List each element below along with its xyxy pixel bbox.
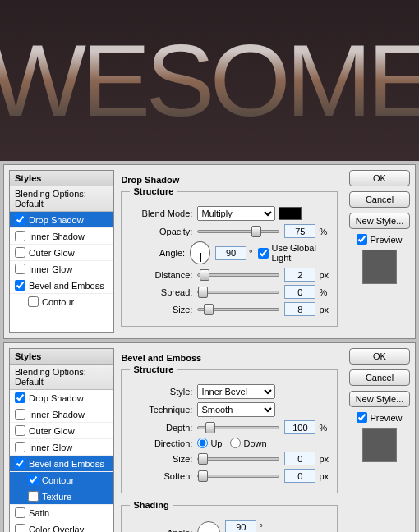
style-item-checkbox[interactable] <box>15 392 25 403</box>
style-item-checkbox[interactable] <box>28 475 39 485</box>
opacity-input[interactable] <box>284 224 315 238</box>
style-item-label: Satin <box>29 508 49 518</box>
depth-label: Depth: <box>130 423 192 433</box>
structure-group: Structure Style: Inner Bevel Technique: … <box>121 365 338 493</box>
size-slider[interactable] <box>197 457 279 461</box>
style-item-checkbox[interactable] <box>15 214 25 225</box>
blend-mode-select[interactable]: Multiply <box>197 206 275 221</box>
style-item-checkbox[interactable] <box>15 507 25 518</box>
style-item[interactable]: Drop Shadow <box>10 212 113 228</box>
spread-input[interactable] <box>284 285 315 299</box>
distance-input[interactable] <box>284 268 315 282</box>
technique-select[interactable]: Smooth <box>197 402 275 417</box>
style-item-checkbox[interactable] <box>15 442 25 452</box>
style-item-label: Outer Glow <box>29 248 75 258</box>
style-item-checkbox[interactable] <box>15 231 25 241</box>
use-global-light-checkbox[interactable]: Use Global Light <box>258 243 329 263</box>
style-item[interactable]: Satin <box>10 505 113 521</box>
structure-legend: Structure <box>130 186 177 196</box>
angle-dial[interactable] <box>197 521 220 532</box>
soften-input[interactable] <box>284 469 315 483</box>
bevel-emboss-settings: Bevel and Emboss Structure Style: Inner … <box>119 343 344 532</box>
angle-dial[interactable] <box>190 241 210 264</box>
ok-button[interactable]: OK <box>349 170 410 186</box>
sidebar-header: Styles <box>10 171 113 186</box>
drop-shadow-settings: Drop Shadow Structure Blend Mode: Multip… <box>119 165 344 338</box>
size-input[interactable] <box>284 452 315 466</box>
style-item-checkbox[interactable] <box>15 280 25 291</box>
style-item-label: Texture <box>42 492 71 502</box>
shading-legend: Shading <box>130 500 172 510</box>
technique-label: Technique: <box>130 405 192 415</box>
direction-label: Direction: <box>130 438 192 448</box>
dialog-buttons: OK Cancel New Style... Preview <box>349 343 415 532</box>
structure-group: Structure Blend Mode: Multiply Opacity: … <box>121 186 338 327</box>
style-item-label: Drop Shadow <box>29 393 84 403</box>
style-item[interactable]: Outer Glow <box>10 423 113 439</box>
angle-label: Angle: <box>130 248 185 258</box>
direction-up-radio[interactable]: Up <box>197 438 222 448</box>
style-item-checkbox[interactable] <box>15 409 25 420</box>
style-item-checkbox[interactable] <box>28 296 39 307</box>
style-item[interactable]: Inner Glow <box>10 439 113 456</box>
style-item-checkbox[interactable] <box>15 264 25 274</box>
soften-slider[interactable] <box>197 475 279 478</box>
ok-button[interactable]: OK <box>349 348 410 365</box>
depth-slider[interactable] <box>197 426 279 429</box>
size-label: Size: <box>130 454 192 464</box>
new-style-button[interactable]: New Style... <box>349 391 410 407</box>
preview-swatch <box>362 428 397 462</box>
size-label: Size: <box>130 305 192 314</box>
style-select[interactable]: Inner Bevel <box>197 384 275 399</box>
spread-slider[interactable] <box>197 291 279 294</box>
style-item-checkbox[interactable] <box>15 524 25 532</box>
hero-text: WESOME <box>0 22 419 139</box>
distance-slider[interactable] <box>197 273 279 277</box>
style-item-checkbox[interactable] <box>15 425 25 436</box>
cancel-button[interactable]: Cancel <box>349 369 410 386</box>
preview-checkbox[interactable]: Preview <box>357 234 402 245</box>
style-item[interactable]: Bevel and Emboss <box>10 277 113 294</box>
new-style-button[interactable]: New Style... <box>349 213 410 229</box>
style-item[interactable]: Bevel and Emboss <box>10 456 113 472</box>
style-item[interactable]: Contour <box>10 472 113 488</box>
style-item-label: Drop Shadow <box>29 215 84 225</box>
size-unit: px <box>319 305 329 314</box>
style-item-label: Inner Glow <box>29 264 72 274</box>
style-item[interactable]: Inner Shadow <box>10 406 113 423</box>
style-item[interactable]: Inner Glow <box>10 261 113 277</box>
preview-checkbox[interactable]: Preview <box>357 412 402 423</box>
spread-unit: % <box>319 287 327 297</box>
angle-input[interactable] <box>225 520 256 532</box>
soften-label: Soften: <box>130 471 192 481</box>
angle-label: Angle: <box>130 528 192 532</box>
style-item[interactable]: Color Overlay <box>10 521 113 532</box>
panel-title: Drop Shadow <box>121 175 338 185</box>
style-item-label: Inner Shadow <box>29 232 85 241</box>
direction-down-radio[interactable]: Down <box>230 438 266 448</box>
style-item-label: Color Overlay <box>29 525 84 533</box>
style-item[interactable]: Drop Shadow <box>10 390 113 406</box>
style-item[interactable]: Texture <box>10 488 113 505</box>
cancel-button[interactable]: Cancel <box>349 191 410 208</box>
style-item[interactable]: Outer Glow <box>10 245 113 261</box>
depth-unit: % <box>319 423 327 433</box>
hero-banner: WESOME <box>0 0 419 161</box>
style-item-checkbox[interactable] <box>15 247 25 258</box>
layer-style-panel-1: Styles Blending Options: Default Drop Sh… <box>3 164 416 339</box>
preview-swatch <box>362 250 397 284</box>
style-item[interactable]: Inner Shadow <box>10 228 113 245</box>
depth-input[interactable] <box>284 420 315 434</box>
opacity-slider[interactable] <box>197 230 279 233</box>
blending-options-row[interactable]: Blending Options: Default <box>10 186 113 212</box>
angle-input[interactable] <box>215 246 246 260</box>
size-input[interactable] <box>284 302 315 316</box>
styles-sidebar: Styles Blending Options: Default Drop Sh… <box>9 170 114 333</box>
blending-options-row[interactable]: Blending Options: Default <box>10 365 113 390</box>
style-item-checkbox[interactable] <box>28 491 39 502</box>
style-item[interactable]: Contour <box>10 294 113 310</box>
style-item-checkbox[interactable] <box>15 458 25 469</box>
size-slider[interactable] <box>197 308 279 311</box>
size-unit: px <box>319 454 329 464</box>
shadow-color-swatch[interactable] <box>279 207 302 220</box>
